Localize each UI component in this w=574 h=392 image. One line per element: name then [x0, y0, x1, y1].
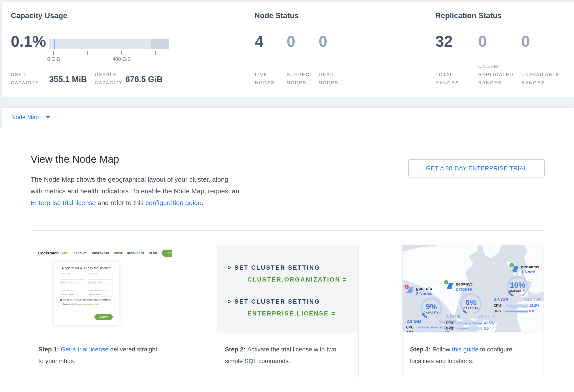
checkbox-empty-icon: [60, 303, 62, 305]
capacity-tick-label-0: 0 GiB: [41, 56, 67, 62]
total-capacity: 65.7 GiB: [479, 315, 496, 319]
usable-capacity-label: USABLE CAPACITY: [95, 70, 128, 87]
database-icon: ✓: [447, 283, 454, 290]
logo-labs-text: LABS: [60, 252, 68, 255]
capacity-range: 3.6 GiB 34.4 GiB: [493, 298, 542, 302]
qps-label: QPS: [406, 331, 416, 333]
total-capacity: 34.4 GiB: [524, 298, 541, 302]
location-node-count: 1 Node: [521, 269, 539, 275]
field-company-email: COMPANY EMAIL: [88, 281, 113, 288]
first-name-input: [60, 275, 85, 280]
nav-item-resources: RESOURCES: [127, 252, 144, 254]
live-nodes-count: 4: [255, 34, 264, 49]
section-divider: [31, 230, 544, 231]
capacity-word: CAPACITY: [418, 311, 445, 314]
qps-sparkline: [457, 327, 482, 330]
site-header: Cockroach LABS PRODUCT CUSTOMERS DOCS RE…: [37, 248, 167, 258]
cpu-value: 42.5%: [484, 321, 496, 325]
step2-card: > SET CLUSTER SETTING CLUSTER.ORGANIZATI…: [217, 245, 359, 379]
live-nodes-label: LIVE NODES: [255, 70, 281, 87]
field-label: FIRST NAME: [60, 273, 85, 274]
field-project-phase: PROJECT PHASE Please Select: [60, 290, 85, 297]
license-agreement-label: I agree to the Software License Agreemen…: [63, 303, 99, 305]
nav-item-customers: CUSTOMERS: [92, 252, 109, 254]
capacity-bar-reserved-segment: [151, 38, 169, 49]
capacity-bar: 0 GiB 400 GiB: [49, 38, 169, 49]
unavailable-ranges-label: UNAVAILABLE RANGES: [521, 70, 568, 87]
qps-row: QPS 4.7: [406, 331, 456, 333]
capacity-range: 3.7 GiB 65.7 GiB: [446, 315, 496, 319]
location-name: geo=ams: [521, 264, 539, 269]
qps-row: 0.0 QPS: [493, 309, 542, 313]
under-replicated-ranges-count: 0: [478, 34, 487, 49]
capacity-bar-used-segment: [54, 38, 55, 49]
cpu-sparkline: [505, 304, 528, 308]
capacity-axis-tick: [53, 51, 54, 55]
email-updates-checkbox-row: I would like to receive email updates ab…: [60, 299, 113, 301]
registration-form: Register for a 30-day trial license FIRS…: [54, 262, 119, 325]
used-capacity-label: USED CAPACITY: [11, 70, 48, 87]
healthy-badge-icon: ✓: [510, 263, 514, 267]
cpu-label: CPU: [493, 304, 503, 308]
logo-text: Cockroach: [38, 251, 59, 256]
chevron-down-icon[interactable]: [45, 116, 50, 119]
location-name: geo=sfo: [416, 286, 432, 291]
database-icon: 1: [407, 287, 414, 295]
trial-site-thumbnail: Cockroach LABS PRODUCT CUSTOMERS DOCS RE…: [31, 245, 172, 333]
company-name-input: [60, 283, 85, 288]
submit-button: SUBMIT: [94, 314, 113, 320]
sql-line-4: ENTERPRISE.LICENSE =: [247, 310, 336, 317]
cluster-summary-panel: Capacity Usage 0.1% 0 GiB 400 GiB USED C…: [1, 1, 574, 97]
section-title: View the Node Map: [31, 153, 119, 165]
unavailable-ranges-count: 0: [521, 34, 530, 49]
qps-value: 4.7: [444, 331, 456, 333]
license-agreement-checkbox-row: I agree to the Software License Agreemen…: [60, 303, 113, 305]
map-location-ams: ✓ geo=ams 1 Node 10% CAPACITY: [493, 264, 542, 313]
capacity-percent: 0.1%: [11, 34, 46, 49]
project-phase-select: Please Select: [60, 292, 85, 297]
enterprise-trial-button[interactable]: GET A 30-DAY ENTERPRISE TRIAL: [408, 159, 545, 177]
capacity-usage-title: Capacity Usage: [11, 11, 67, 20]
step1-caption: Step 1: Get a trial license delivered st…: [31, 333, 172, 379]
sql-line-1: > SET CLUSTER SETTING: [227, 264, 320, 271]
capacity-gauge: 10% CAPACITY: [504, 275, 531, 298]
location-name: geo=nyc: [456, 281, 473, 287]
field-first-name: FIRST NAME: [60, 273, 85, 280]
capacity-percent: 9%: [418, 302, 445, 311]
suspect-nodes-count: 0: [287, 34, 295, 49]
view-mode-dropdown[interactable]: Node Map: [1, 107, 574, 127]
field-company-name: COMPANY NAME: [60, 281, 85, 288]
used-capacity: 3.2 GiB: [407, 319, 421, 324]
field-reason: REASON FOR INTEREST Please Select: [88, 290, 113, 297]
capacity-gauge: 6% CAPACITY: [457, 293, 484, 315]
nav-item-product: PRODUCT: [74, 252, 87, 254]
sql-commands-thumbnail: > SET CLUSTER SETTING CLUSTER.ORGANIZATI…: [217, 245, 358, 333]
capacity-axis-tick: [87, 51, 88, 55]
nav-item-docs: DOCS: [114, 252, 122, 254]
used-capacity: 3.7 GiB: [446, 315, 461, 319]
company-email-input: [88, 283, 113, 288]
warning-badge-icon: 1: [405, 285, 409, 289]
site-nav: PRODUCT CUSTOMERS DOCS RESOURCES BLOG DO…: [68, 250, 172, 257]
step2-caption: Step 2: Activate the trial license with …: [217, 333, 358, 379]
field-label: COMPANY EMAIL: [88, 281, 113, 283]
location-node-count: 2 Nodes: [456, 287, 473, 292]
total-ranges-count: 32: [435, 34, 453, 49]
capacity-gauge: 9% CAPACITY: [418, 297, 445, 319]
field-label: LAST NAME: [88, 273, 113, 274]
view-mode-dropdown-label[interactable]: Node Map: [11, 114, 39, 121]
node-map-thumbnail: 1 geo=sfo 2 Nodes 9% CAPACITY: [403, 245, 544, 333]
qps-label: QPS: [493, 309, 503, 313]
reason-select: Please Select: [88, 292, 113, 297]
suspect-nodes-label: SUSPECT NODES: [287, 70, 316, 87]
under-replicated-ranges-label: UNDER-REPLICATED RANGES: [478, 62, 523, 87]
cpu-label: CPU: [446, 321, 455, 325]
capacity-axis-tick: [121, 51, 122, 55]
dead-nodes-count: 0: [319, 34, 327, 49]
sql-line-3: > SET CLUSTER SETTING: [227, 298, 320, 305]
capacity-word: CAPACITY: [457, 307, 484, 310]
field-label: REASON FOR INTEREST: [88, 290, 113, 291]
database-icon: ✓: [512, 266, 519, 273]
capacity-word: CAPACITY: [504, 289, 531, 293]
sla-link: Software License Agreement: [75, 303, 99, 305]
